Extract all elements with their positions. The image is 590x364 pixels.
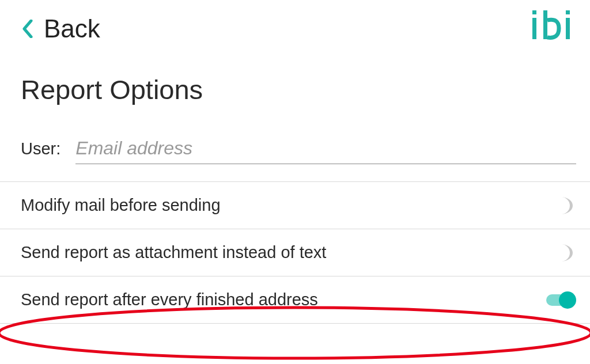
svg-rect-0 <box>532 10 536 14</box>
svg-rect-3 <box>566 10 570 14</box>
option-send-attachment[interactable]: Send report as attachment instead of tex… <box>0 229 590 276</box>
user-label: User: <box>21 139 60 158</box>
logo <box>530 10 573 47</box>
svg-rect-1 <box>532 18 536 39</box>
email-field[interactable] <box>75 135 576 164</box>
svg-rect-4 <box>566 18 570 39</box>
back-label: Back <box>44 14 100 43</box>
option-label: Send report after every finished address <box>21 290 318 309</box>
option-label: Send report as attachment instead of tex… <box>21 243 326 262</box>
toggle-send-after-address[interactable] <box>546 291 576 309</box>
user-row: User: <box>0 135 590 164</box>
header: Back <box>0 0 590 58</box>
option-modify-mail[interactable]: Modify mail before sending <box>0 181 590 229</box>
svg-rect-2 <box>543 10 547 39</box>
toggle-thumb <box>559 291 576 309</box>
back-button[interactable]: Back <box>22 14 100 43</box>
toggle-modify-mail[interactable] <box>559 197 576 214</box>
toggle-send-attachment[interactable] <box>559 244 576 261</box>
chevron-left-icon <box>22 20 33 38</box>
page-title: Report Options <box>0 58 590 105</box>
option-label: Modify mail before sending <box>21 196 221 215</box>
option-send-after-address[interactable]: Send report after every finished address <box>0 276 590 324</box>
